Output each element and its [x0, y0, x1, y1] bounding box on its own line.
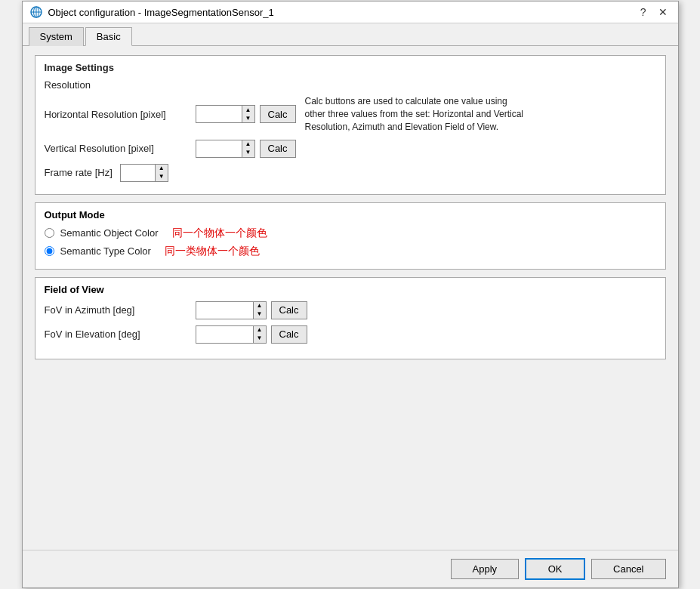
tabs-bar: System Basic	[23, 23, 678, 46]
image-settings-title: Image Settings	[45, 62, 656, 73]
semantic-object-color-radio[interactable]	[45, 228, 54, 238]
apply-button[interactable]: Apply	[451, 559, 520, 579]
close-button[interactable]: ✕	[655, 6, 671, 18]
vertical-resolution-row: Vertical Resolution [pixel] 240 ▲ ▼ Calc	[45, 140, 656, 158]
cancel-button[interactable]: Cancel	[591, 559, 665, 579]
fov-azimuth-up[interactable]: ▲	[254, 302, 266, 310]
vertical-resolution-label: Vertical Resolution [pixel]	[45, 143, 196, 154]
horizontal-resolution-field[interactable]: 320	[196, 106, 242, 122]
vertical-resolution-spinners: ▲ ▼	[242, 140, 254, 157]
fov-elevation-field[interactable]: 35.50000	[196, 326, 253, 343]
content-area: Image Settings Resolution Horizontal Res…	[23, 46, 678, 549]
semantic-type-color-label[interactable]: Semantic Type Color	[60, 245, 151, 257]
resolution-title: Resolution	[45, 79, 656, 91]
vertical-resolution-up[interactable]: ▲	[242, 140, 254, 149]
vertical-resolution-field[interactable]: 240	[196, 140, 242, 157]
vertical-calc-button[interactable]: Calc	[260, 140, 296, 158]
horizontal-calc-button[interactable]: Calc	[260, 105, 296, 123]
horizontal-resolution-row: Horizontal Resolution [pixel] 320 ▲ ▼ Ca…	[45, 95, 656, 133]
fov-title: Field of View	[45, 284, 656, 295]
fov-azimuth-calc-button[interactable]: Calc	[271, 301, 307, 319]
title-bar: Object configuration - ImageSegmentation…	[23, 2, 678, 23]
ok-button[interactable]: OK	[525, 558, 585, 580]
tab-system[interactable]: System	[29, 27, 84, 46]
semantic-object-color-row: Semantic Object Color 同一个物体一个颜色	[45, 227, 656, 240]
semantic-type-annotation: 同一类物体一个颜色	[165, 245, 260, 258]
horizontal-resolution-down[interactable]: ▼	[242, 114, 254, 122]
title-bar-actions: ? ✕	[637, 6, 671, 18]
footer: Apply OK Cancel	[23, 550, 678, 587]
output-mode-section: Output Mode Semantic Object Color 同一个物体一…	[35, 202, 666, 270]
frame-rate-label: Frame rate [Hz]	[45, 167, 113, 178]
dialog-title: Object configuration - ImageSegmentation…	[48, 7, 274, 18]
fov-azimuth-spinners: ▲ ▼	[253, 302, 266, 319]
semantic-object-color-label[interactable]: Semantic Object Color	[60, 227, 159, 239]
fov-elevation-calc-button[interactable]: Calc	[271, 325, 307, 344]
fov-azimuth-row: FoV in Azimuth [deg] 46.20000 ▲ ▼ Calc	[45, 301, 656, 319]
image-settings-section: Image Settings Resolution Horizontal Res…	[35, 55, 666, 194]
frame-rate-input: 20 ▲ ▼	[120, 164, 168, 182]
output-mode-title: Output Mode	[45, 209, 656, 220]
frame-rate-down[interactable]: ▼	[156, 173, 168, 181]
semantic-type-color-radio[interactable]	[45, 246, 54, 256]
fov-elevation-down[interactable]: ▼	[254, 335, 266, 343]
fov-azimuth-field[interactable]: 46.20000	[196, 302, 253, 319]
fov-elevation-row: FoV in Elevation [deg] 35.50000 ▲ ▼ Calc	[45, 325, 656, 344]
help-button[interactable]: ?	[637, 6, 649, 18]
fov-azimuth-input: 46.20000 ▲ ▼	[196, 301, 267, 319]
fov-section: Field of View FoV in Azimuth [deg] 46.20…	[35, 277, 666, 359]
tab-basic[interactable]: Basic	[85, 27, 132, 46]
fov-elevation-input: 35.50000 ▲ ▼	[196, 325, 267, 344]
resolution-help-text: Calc buttons are used to calculate one v…	[305, 95, 523, 133]
globe-icon	[30, 6, 42, 18]
fov-elevation-spinners: ▲ ▼	[253, 326, 266, 343]
fov-azimuth-down[interactable]: ▼	[254, 310, 266, 319]
frame-rate-spinners: ▲ ▼	[155, 165, 168, 181]
frame-rate-row: Frame rate [Hz] 20 ▲ ▼	[45, 164, 656, 182]
horizontal-resolution-input: 320 ▲ ▼	[196, 105, 255, 123]
vertical-resolution-down[interactable]: ▼	[242, 149, 254, 157]
horizontal-resolution-up[interactable]: ▲	[242, 106, 254, 114]
fov-elevation-label: FoV in Elevation [deg]	[45, 328, 196, 340]
title-bar-left: Object configuration - ImageSegmentation…	[30, 6, 274, 18]
frame-rate-up[interactable]: ▲	[156, 165, 168, 173]
semantic-type-color-row: Semantic Type Color 同一类物体一个颜色	[45, 245, 656, 258]
frame-rate-field[interactable]: 20	[121, 165, 155, 181]
dialog: Object configuration - ImageSegmentation…	[22, 1, 679, 587]
fov-elevation-up[interactable]: ▲	[254, 326, 266, 335]
vertical-resolution-input: 240 ▲ ▼	[196, 140, 255, 158]
semantic-object-annotation: 同一个物体一个颜色	[172, 227, 267, 240]
empty-area	[35, 367, 666, 541]
horizontal-resolution-label: Horizontal Resolution [pixel]	[45, 109, 196, 120]
horizontal-resolution-spinners: ▲ ▼	[242, 106, 254, 122]
fov-azimuth-label: FoV in Azimuth [deg]	[45, 304, 196, 316]
